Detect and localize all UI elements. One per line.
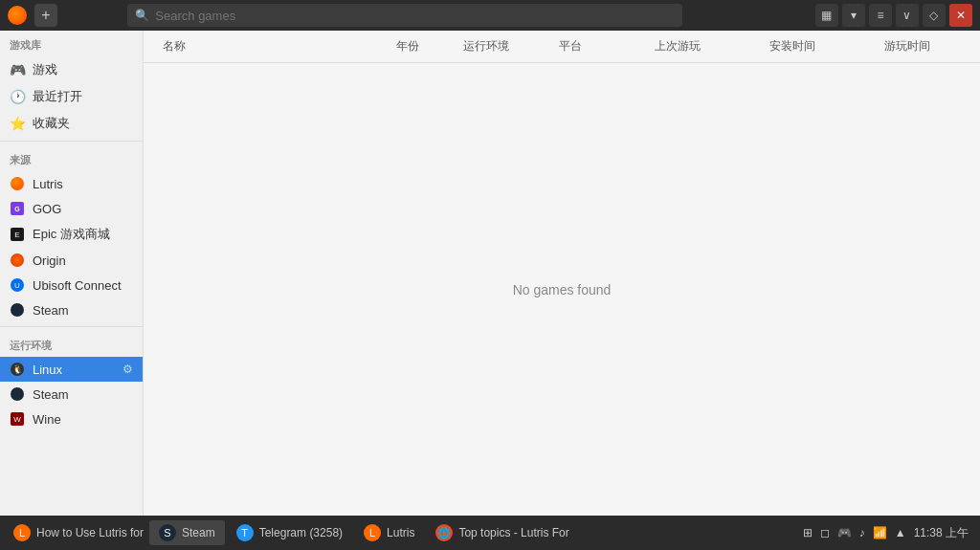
divider-2 — [0, 326, 143, 327]
ubisoft-icon: U — [10, 277, 25, 293]
sidebar-item-games[interactable]: 🎮 游戏 — [0, 56, 143, 83]
sidebar-item-lutris[interactable]: Lutris — [0, 171, 143, 196]
wine-icon: W — [10, 411, 25, 427]
col-last-played[interactable]: 上次游玩 — [645, 31, 760, 62]
menu-button[interactable]: ≡ — [869, 4, 892, 27]
sidebar-item-favorites[interactable]: ⭐ 收藏夹 — [0, 110, 143, 137]
sidebar-item-steam-rt-label: Steam — [33, 387, 69, 402]
taskbar-item-howto-label: How to Use Lutris for ... — [36, 526, 147, 539]
linux-settings-icon[interactable]: ⚙ — [122, 363, 133, 376]
sidebar-item-games-label: 游戏 — [33, 61, 57, 78]
collapse-button[interactable]: ∨ — [896, 4, 919, 27]
taskbar-item-howto[interactable]: L How to Use Lutris for ... — [4, 520, 147, 545]
runtime-header: 运行环境 — [0, 331, 143, 357]
battery-icon: ▲ — [895, 526, 906, 539]
sidebar-item-gog-label: GOG — [33, 202, 61, 216]
taskbar-steam-icon: S — [159, 524, 176, 541]
sidebar-item-lutris-label: Lutris — [33, 177, 63, 191]
empty-message: No games found — [513, 282, 612, 297]
sidebar-item-wine-label: Wine — [33, 412, 61, 427]
games-icon: 🎮 — [10, 62, 25, 77]
taskbar-system-tray: ⊞ ◻ 🎮 ♪ 📶 ▲ 11:38 上午 — [803, 525, 976, 541]
window-controls: ▦ ▾ ≡ ∨ ◇ ✕ — [815, 4, 972, 27]
col-name[interactable]: 名称 — [153, 31, 387, 62]
taskbar-item-telegram-label: Telegram (3258) — [259, 526, 343, 539]
taskbar-item-steam[interactable]: S Steam — [149, 520, 225, 545]
source-header: 来源 — [0, 145, 143, 171]
sidebar-item-favorites-label: 收藏夹 — [33, 115, 70, 132]
close-button[interactable]: ✕ — [949, 4, 972, 27]
telegram-icon: T — [236, 524, 254, 541]
system-icon-3: 🎮 — [837, 526, 852, 539]
empty-state: No games found — [144, 63, 980, 516]
sidebar-item-origin-label: Origin — [33, 253, 66, 268]
taskbar-item-topics[interactable]: 🌐 Top topics - Lutris For... — [426, 520, 569, 545]
sidebar-item-linux-label: Linux — [33, 363, 62, 377]
content-area: 名称 年份 运行环境 平台 上次游玩 安装时间 游玩时间 No games fo… — [144, 31, 980, 516]
search-input[interactable] — [155, 9, 675, 23]
sidebar-item-linux[interactable]: 🐧 Linux ⚙ — [0, 357, 143, 382]
system-icon-4: ♪ — [859, 526, 865, 539]
system-icon-1: ⊞ — [803, 526, 813, 539]
sidebar-item-steam-rt[interactable]: Steam — [0, 382, 143, 407]
pin-button[interactable]: ◇ — [923, 4, 946, 27]
taskbar-item-lutris[interactable]: L Lutris — [354, 520, 424, 545]
col-platform[interactable]: 平台 — [549, 31, 645, 62]
sidebar-item-gog[interactable]: G GOG — [0, 196, 143, 221]
lutris-icon — [10, 176, 25, 191]
gog-icon: G — [10, 201, 25, 216]
sidebar-item-steam[interactable]: Steam — [0, 297, 143, 322]
network-icon: 📶 — [873, 526, 887, 539]
sidebar-item-epic[interactable]: E Epic 游戏商城 — [0, 221, 143, 248]
system-icon-2: ◻ — [820, 526, 830, 539]
view-toggle-button[interactable]: ▾ — [842, 4, 865, 27]
taskbar: L How to Use Lutris for ... S Steam T Te… — [0, 516, 980, 550]
main-area: 游戏库 🎮 游戏 🕐 最近打开 ⭐ 收藏夹 来源 Lutris G GOG E … — [0, 31, 980, 516]
taskbar-item-steam-label: Steam — [182, 526, 215, 539]
divider-1 — [0, 141, 143, 142]
sidebar: 游戏库 🎮 游戏 🕐 最近打开 ⭐ 收藏夹 来源 Lutris G GOG E … — [0, 31, 144, 516]
sidebar-item-origin[interactable]: Origin — [0, 248, 143, 273]
recent-icon: 🕐 — [10, 89, 25, 104]
sidebar-item-steam-label: Steam — [33, 303, 69, 318]
col-runtime[interactable]: 运行环境 — [454, 31, 549, 62]
sidebar-item-wine[interactable]: W Wine — [0, 407, 143, 431]
search-icon: 🔍 — [135, 9, 149, 22]
steam-icon — [10, 302, 25, 318]
origin-icon — [10, 253, 25, 268]
library-header: 游戏库 — [0, 31, 143, 56]
taskbar-lutris-icon: L — [364, 524, 381, 541]
sidebar-item-ubisoft-label: Ubisoft Connect — [33, 278, 122, 293]
taskbar-item-topics-label: Top topics - Lutris For... — [458, 526, 569, 539]
topics-icon: 🌐 — [435, 524, 453, 541]
taskbar-item-lutris-label: Lutris — [387, 526, 414, 539]
sidebar-item-epic-label: Epic 游戏商城 — [33, 226, 110, 243]
favorites-icon: ⭐ — [10, 116, 25, 131]
add-tab-button[interactable]: + — [34, 4, 57, 27]
steam-rt-icon — [10, 386, 25, 402]
app-icon — [8, 6, 27, 25]
sidebar-item-recent[interactable]: 🕐 最近打开 — [0, 83, 143, 110]
col-play-time[interactable]: 游玩时间 — [875, 31, 970, 62]
titlebar: + 🔍 ▦ ▾ ≡ ∨ ◇ ✕ — [0, 0, 980, 31]
sidebar-item-recent-label: 最近打开 — [33, 88, 82, 105]
taskbar-item-telegram[interactable]: T Telegram (3258) — [227, 520, 352, 545]
view-list-button[interactable]: ▦ — [815, 4, 838, 27]
howto-icon: L — [13, 524, 31, 541]
col-year[interactable]: 年份 — [387, 31, 454, 62]
col-install-time[interactable]: 安装时间 — [760, 31, 875, 62]
search-bar: 🔍 — [127, 4, 682, 27]
taskbar-time: 11:38 上午 — [914, 525, 969, 541]
linux-icon: 🐧 — [10, 362, 25, 377]
table-header: 名称 年份 运行环境 平台 上次游玩 安装时间 游玩时间 — [144, 31, 980, 63]
epic-icon: E — [10, 227, 25, 242]
sidebar-item-ubisoft[interactable]: U Ubisoft Connect — [0, 273, 143, 297]
